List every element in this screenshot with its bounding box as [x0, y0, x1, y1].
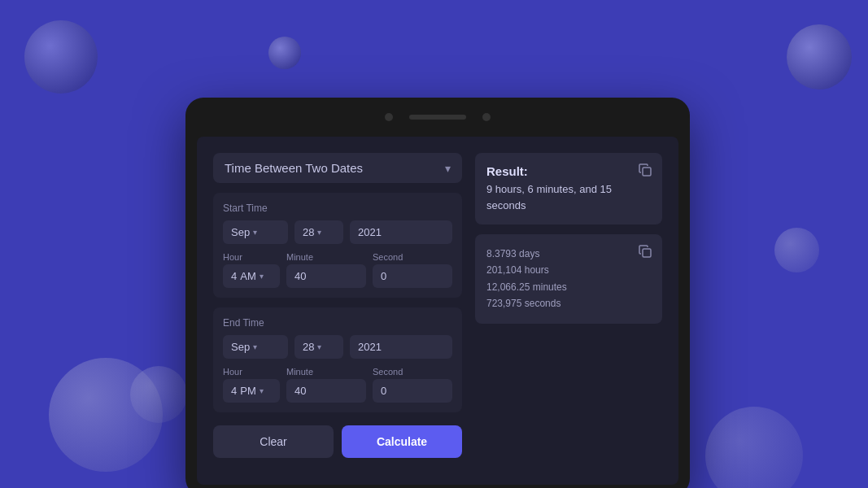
front-camera-right [482, 113, 491, 121]
decorative-sphere-top-mid [268, 37, 301, 69]
clear-button[interactable]: Clear [213, 425, 334, 458]
front-camera-left [385, 113, 393, 121]
start-hour-label: Hour [223, 252, 280, 262]
end-year-display: 2021 [350, 335, 452, 359]
start-minute-field[interactable]: 40 [286, 264, 366, 288]
tablet-frame: Time Between Two Dates ▾ Start Time Sep … [185, 98, 690, 488]
result-main-card: Result: 9 hours, 6 minutes, and 15 secon… [475, 153, 662, 224]
end-date-row: Sep ▾ 28 ▾ 2021 [223, 335, 452, 359]
result-title: Result: [486, 164, 651, 178]
start-ampm-chevron: ▾ [260, 272, 264, 281]
start-date-row: Sep ▾ 28 ▾ 2021 [223, 220, 452, 244]
end-second-field[interactable]: 0 [373, 379, 452, 403]
decorative-sphere-top-left [24, 20, 98, 94]
end-time-section: End Time Sep ▾ 28 ▾ 2021 Hour M [213, 307, 462, 412]
start-time-label: Start Time [223, 203, 452, 214]
start-month-select[interactable]: Sep ▾ [223, 220, 288, 244]
decorative-sphere-top-right [787, 24, 852, 89]
end-minute-label: Minute [286, 367, 366, 377]
end-hour-label: Hour [223, 367, 280, 377]
end-time-field-labels: Hour Minute Second [223, 367, 452, 377]
decorative-sphere-bottom-left [49, 358, 163, 472]
copy-detail-result-icon[interactable] [638, 244, 652, 259]
start-day-chevron: ▾ [317, 228, 321, 237]
decorative-sphere-bottom-right [705, 407, 803, 488]
result-minutes: 12,066.25 minutes [486, 279, 651, 295]
result-hours: 201,104 hours [486, 262, 651, 278]
chevron-down-icon: ▾ [445, 162, 451, 175]
start-second-field[interactable]: 0 [373, 264, 452, 288]
tablet-top-bar [185, 98, 690, 137]
result-main-value: 9 hours, 6 minutes, and 15 seconds [486, 181, 651, 213]
start-time-row: 4 AM ▾ 40 0 [223, 264, 452, 288]
svg-rect-1 [643, 249, 651, 257]
result-detail-card: 8.3793 days 201,104 hours 12,066.25 minu… [475, 234, 662, 324]
start-minute-label: Minute [286, 252, 366, 262]
end-hour-field[interactable]: 4 PM ▾ [223, 379, 280, 403]
end-ampm-chevron: ▾ [260, 386, 264, 395]
start-year-display: 2021 [350, 220, 452, 244]
start-month-chevron: ▾ [253, 228, 257, 237]
end-time-label: End Time [223, 317, 452, 329]
mode-selector[interactable]: Time Between Two Dates ▾ [213, 153, 462, 183]
result-seconds: 723,975 seconds [486, 295, 651, 312]
result-detail-values: 8.3793 days 201,104 hours 12,066.25 minu… [486, 246, 651, 312]
start-hour-field[interactable]: 4 AM ▾ [223, 264, 280, 288]
svg-rect-0 [643, 168, 651, 176]
mode-selector-label: Time Between Two Dates [225, 161, 363, 175]
speaker-bar [409, 115, 466, 120]
start-time-field-labels: Hour Minute Second [223, 252, 452, 262]
result-days: 8.3793 days [486, 246, 651, 262]
result-panel: Result: 9 hours, 6 minutes, and 15 secon… [475, 153, 662, 468]
end-minute-field[interactable]: 40 [286, 379, 366, 403]
end-month-select[interactable]: Sep ▾ [223, 335, 288, 359]
end-second-label: Second [373, 367, 452, 377]
calculator-panel: Time Between Two Dates ▾ Start Time Sep … [213, 153, 462, 468]
tablet-screen: Time Between Two Dates ▾ Start Time Sep … [197, 137, 678, 485]
start-second-label: Second [373, 252, 452, 262]
start-time-section: Start Time Sep ▾ 28 ▾ 2021 Hour [213, 193, 462, 298]
end-month-chevron: ▾ [253, 342, 257, 351]
calculate-button[interactable]: Calculate [342, 425, 462, 458]
end-day-select[interactable]: 28 ▾ [294, 335, 343, 359]
start-day-select[interactable]: 28 ▾ [294, 220, 343, 244]
decorative-sphere-right-mid [774, 228, 819, 272]
end-day-chevron: ▾ [317, 342, 321, 351]
action-buttons: Clear Calculate [213, 425, 462, 458]
copy-main-result-icon[interactable] [638, 163, 652, 177]
end-time-row: 4 PM ▾ 40 0 [223, 379, 452, 403]
decorative-sphere-bottom-left2 [130, 366, 187, 423]
